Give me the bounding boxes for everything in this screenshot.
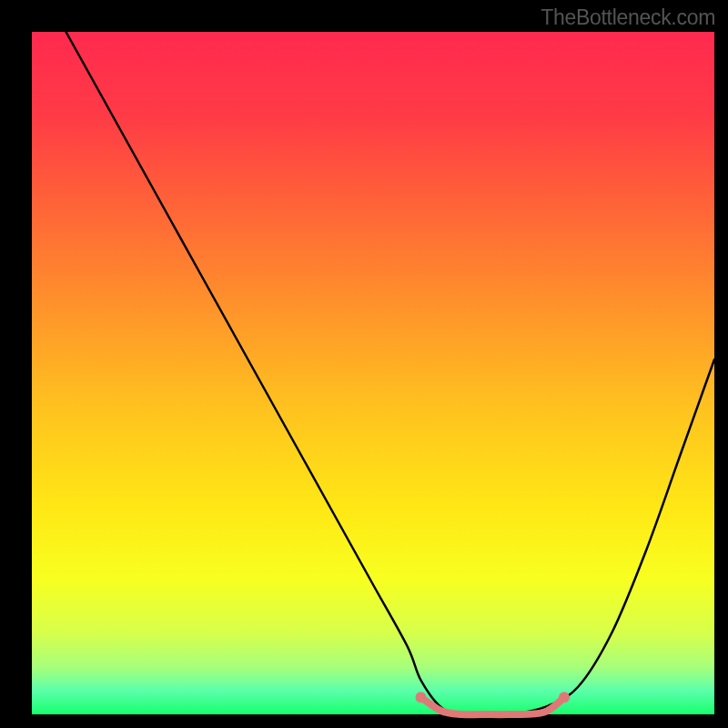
gradient-bg bbox=[32, 32, 714, 714]
watermark-text: TheBottleneck.com bbox=[541, 5, 715, 30]
highlight-dot-start bbox=[416, 692, 427, 703]
highlight-dot-end bbox=[559, 692, 570, 703]
chart-svg bbox=[0, 0, 728, 728]
chart-container: TheBottleneck.com bbox=[0, 0, 728, 728]
